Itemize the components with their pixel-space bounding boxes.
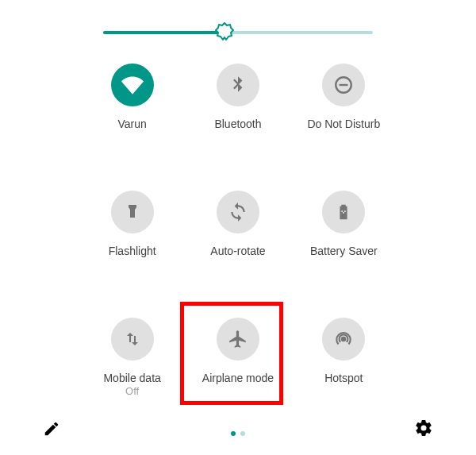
- mobiledata-icon: [111, 318, 154, 361]
- tile-label: Flashlight: [109, 245, 156, 270]
- page-indicator: [231, 431, 245, 436]
- pager-dot: [240, 431, 245, 436]
- quick-settings-grid: Varun Bluetooth Do Not Disturb Flashligh…: [79, 64, 397, 397]
- tile-flashlight[interactable]: Flashlight: [81, 191, 184, 270]
- airplane-icon: [217, 318, 259, 361]
- tile-dnd[interactable]: Do Not Disturb: [292, 64, 395, 143]
- brightness-thumb-icon[interactable]: [215, 22, 234, 41]
- tile-autorotate[interactable]: Auto-rotate: [186, 191, 290, 270]
- tile-bluetooth[interactable]: Bluetooth: [186, 64, 290, 143]
- brightness-slider[interactable]: [103, 24, 373, 40]
- svg-point-3: [341, 337, 347, 342]
- hotspot-icon: [322, 318, 365, 361]
- tile-label: Bluetooth: [214, 118, 261, 143]
- battery-icon: [322, 191, 365, 233]
- flashlight-icon: [111, 191, 154, 233]
- tile-hotspot[interactable]: Hotspot: [292, 318, 395, 397]
- settings-button[interactable]: [414, 418, 433, 441]
- tile-label: Airplane mode: [202, 372, 274, 397]
- tile-battery[interactable]: Battery Saver: [292, 191, 395, 270]
- tile-mobiledata[interactable]: Mobile dataOff: [81, 318, 184, 397]
- tile-label: Hotspot: [324, 372, 363, 397]
- pager-dot: [231, 431, 236, 436]
- autorotate-icon: [217, 191, 259, 233]
- tile-label: Battery Saver: [310, 245, 378, 270]
- dnd-icon: [322, 64, 365, 106]
- gear-icon: [414, 418, 433, 438]
- svg-marker-0: [216, 23, 233, 40]
- brightness-fill: [103, 31, 225, 34]
- tile-label: Mobile dataOff: [103, 372, 160, 397]
- bluetooth-icon: [217, 64, 259, 106]
- tile-airplane[interactable]: Airplane mode: [186, 318, 290, 397]
- tile-label: Auto-rotate: [210, 245, 265, 270]
- pencil-icon: [43, 420, 60, 438]
- wifi-icon: [111, 64, 154, 106]
- tile-label: Varun: [117, 118, 146, 143]
- edit-button[interactable]: [43, 420, 60, 441]
- tile-wifi[interactable]: Varun: [81, 64, 184, 143]
- tile-label: Do Not Disturb: [307, 118, 380, 143]
